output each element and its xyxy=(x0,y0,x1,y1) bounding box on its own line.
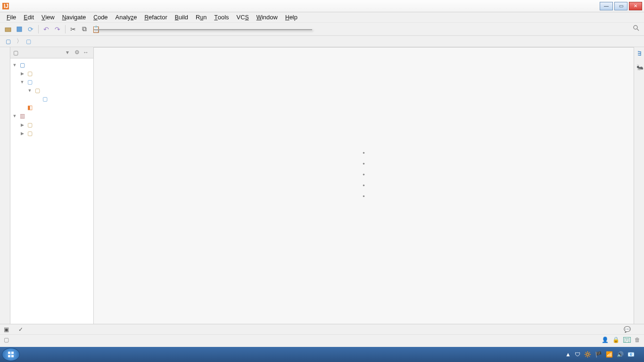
svg-point-6 xyxy=(7,350,15,359)
menu-refactor[interactable]: Refactor xyxy=(140,13,171,22)
project-tree: ▼▢ ▶▢ ▼▢ ▼▢ ▢ ◧ ▼▥ ▶▢ ▶▢ xyxy=(10,58,93,324)
windows-taskbar: ▲ 🛡 🔆 🏴 📶 🔊 📧 xyxy=(0,347,644,362)
menu-edit[interactable]: Edit xyxy=(20,13,38,22)
rail-project[interactable] xyxy=(4,47,6,57)
menu-code[interactable]: Code xyxy=(90,13,111,22)
start-button[interactable] xyxy=(2,348,20,361)
tray-icon[interactable]: 📧 xyxy=(627,351,635,358)
folder-icon: ▢ xyxy=(26,38,31,45)
status-bar: ▢ 👤 🔒 [T] 🗑 xyxy=(0,334,644,345)
tip-text xyxy=(363,160,365,167)
tree-node-jdk[interactable]: ▶▢ xyxy=(10,120,93,129)
context-menu xyxy=(94,29,233,30)
sync-icon[interactable]: ⟳ xyxy=(25,24,36,34)
window-titlebar: IJ — ▭ ✕ xyxy=(0,0,644,12)
breadcrumb: ▢ 〉 ▢ xyxy=(0,36,644,47)
library-icon: ▥ xyxy=(19,113,25,119)
menu-build[interactable]: Build xyxy=(171,13,192,22)
tray-icon[interactable]: 🔊 xyxy=(617,351,624,358)
tree-node-root[interactable]: ▼▢ xyxy=(10,60,93,69)
breadcrumb-separator: 〉 xyxy=(17,37,22,45)
empty-state xyxy=(363,137,365,204)
bottom-tool-bar: ▣ ✓ 💬 xyxy=(0,324,644,334)
hector-icon[interactable]: [T] xyxy=(623,337,631,343)
menu-navigate[interactable]: Navigate xyxy=(58,13,90,22)
minimize-button[interactable]: — xyxy=(600,2,613,10)
menu-view[interactable]: View xyxy=(38,13,58,22)
context-submenu xyxy=(233,29,312,30)
app-logo: IJ xyxy=(2,2,9,10)
tray-icon[interactable]: 🏴 xyxy=(595,351,602,358)
tray-icon[interactable]: 📶 xyxy=(606,351,613,358)
tree-node-idea[interactable]: ▶▢ xyxy=(10,69,93,78)
left-tool-rail xyxy=(0,47,10,324)
gear-icon[interactable]: ⚙ xyxy=(74,49,82,57)
window-controls: — ▭ ✕ xyxy=(600,2,642,10)
maximize-button[interactable]: ▭ xyxy=(614,2,627,10)
collapse-icon[interactable]: ↔ xyxy=(83,49,91,57)
event-log-button[interactable]: 💬 xyxy=(624,326,633,333)
folder-icon: ▢ xyxy=(26,122,33,128)
folder-icon: ▢ xyxy=(26,70,33,77)
project-panel: ▢ ▾ ⚙ ↔ ▼▢ ▶▢ ▼▢ ▼▢ ▢ ◧ ▼▥ ▶▢ ▶▢ xyxy=(10,47,94,324)
module-icon: ▢ xyxy=(19,62,25,68)
menu-file[interactable]: File xyxy=(3,13,20,22)
menu-tools[interactable]: Tools xyxy=(210,13,232,22)
panel-header: ▢ ▾ ⚙ ↔ xyxy=(10,47,93,58)
svg-rect-3 xyxy=(17,27,22,32)
svg-point-4 xyxy=(634,25,637,29)
undo-icon[interactable]: ↶ xyxy=(41,24,51,34)
menu-run[interactable]: Run xyxy=(192,13,210,22)
todo-button[interactable]: ✓ xyxy=(18,326,25,333)
folder-icon: ▢ xyxy=(26,79,33,85)
breadcrumb-item[interactable]: ▢ xyxy=(3,37,16,46)
tree-node-scala[interactable]: ▢ xyxy=(10,95,93,103)
search-icon[interactable] xyxy=(633,25,641,33)
rail-structure[interactable] xyxy=(4,57,6,66)
folder-icon: ▢ xyxy=(34,87,41,94)
cut-icon[interactable]: ✂ xyxy=(68,24,78,34)
tree-node-sdk[interactable]: ▶▢ xyxy=(10,129,93,138)
terminal-button[interactable]: ▣ xyxy=(4,326,11,333)
file-icon: ◧ xyxy=(26,104,33,111)
rail-ant[interactable]: 🐜 xyxy=(634,60,644,74)
tray-icon[interactable]: ▲ xyxy=(565,351,571,358)
tip-text xyxy=(363,182,365,189)
save-icon[interactable] xyxy=(14,24,25,34)
dropdown-icon[interactable]: ▾ xyxy=(66,49,74,57)
tip-text xyxy=(363,171,365,178)
svg-line-5 xyxy=(637,29,639,31)
tray-icon[interactable]: 🛡 xyxy=(575,351,580,358)
system-tray: ▲ 🛡 🔆 🏴 📶 🔊 📧 xyxy=(565,351,642,358)
tip-text xyxy=(363,149,365,156)
close-button[interactable]: ✕ xyxy=(629,2,642,10)
menu-bar: File Edit View Navigate Code Analyze Ref… xyxy=(0,12,644,23)
folder-icon: ▢ xyxy=(41,96,48,102)
right-tool-rail: m 🐜 xyxy=(634,47,644,324)
tray-icon[interactable]: 🔆 xyxy=(584,351,591,358)
rail-maven[interactable]: m xyxy=(634,47,644,60)
window-icon[interactable]: ▢ xyxy=(4,337,9,343)
redo-icon[interactable]: ↷ xyxy=(52,24,63,34)
breadcrumb-item[interactable]: ▢ xyxy=(23,37,36,46)
folder-icon: ▢ xyxy=(26,130,33,137)
tree-node-main[interactable]: ▼▢ xyxy=(10,86,93,95)
editor-area xyxy=(94,47,634,324)
tree-node-iml[interactable]: ◧ xyxy=(10,103,93,112)
menu-analyze[interactable]: Analyze xyxy=(112,13,141,22)
lock-icon[interactable]: 🔒 xyxy=(612,337,619,343)
menu-window[interactable]: Window xyxy=(253,13,281,22)
open-icon[interactable] xyxy=(3,24,13,34)
trash-icon[interactable]: 🗑 xyxy=(635,337,640,343)
tip-text xyxy=(363,193,365,200)
svg-rect-2 xyxy=(5,28,11,32)
menu-vcs[interactable]: VCS xyxy=(233,13,253,22)
rail-favorites[interactable] xyxy=(4,314,6,324)
tree-node-src[interactable]: ▼▢ xyxy=(10,78,93,86)
tree-node-extlib[interactable]: ▼▥ xyxy=(10,112,93,120)
inspector-icon[interactable]: 👤 xyxy=(602,337,609,343)
project-icon: ▢ xyxy=(13,49,20,56)
copy-icon[interactable]: ⧉ xyxy=(79,24,90,34)
menu-help[interactable]: Help xyxy=(281,13,301,22)
toolbar-separator xyxy=(38,25,39,33)
